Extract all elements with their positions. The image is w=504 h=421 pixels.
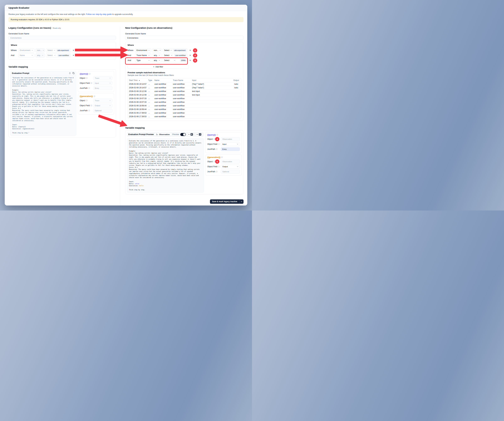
query-variable-card: {{query}}ⓘ Objectⓘ4Observation Object Fi…	[205, 132, 242, 153]
collapse-icon[interactable]	[69, 72, 71, 74]
object-field-label: Object Field	[80, 82, 90, 84]
chevron-down-icon	[169, 50, 172, 51]
filter-connector: And	[11, 54, 17, 56]
table-row[interactable]: 2026-02-08 19:12:08↔user-workflowuser-wo…	[128, 89, 241, 93]
new-variable-mapping-heading: Variable mapping	[125, 126, 244, 129]
span-type-icon: ↔	[147, 94, 153, 96]
modal-title: Upgrade Evaluator	[8, 6, 29, 9]
next-item-button[interactable]: J	[195, 133, 202, 136]
column-header-name: Name	[153, 79, 172, 81]
jsonpath-label: JsonPath	[207, 171, 215, 173]
legacy-where-card: Where Where Environment non... Selectsdk…	[8, 42, 116, 60]
span-type-icon: ↔	[147, 87, 153, 89]
info-icon: ⓘ	[88, 110, 90, 111]
sort-desc-icon: ▼	[139, 80, 140, 81]
query-preview-value: value	[135, 183, 139, 184]
table-row[interactable]: 2026-02-08 19:07:33↔user-workflowuser-wo…	[128, 97, 241, 100]
legacy-operator-select: non...	[36, 48, 45, 52]
add-filter-button[interactable]: +Add filter	[128, 65, 189, 69]
remove-filter-button[interactable]: ✕	[189, 54, 191, 56]
span-type-icon: ↔	[147, 101, 153, 103]
table-row[interactable]: 2026-02-08 19:14:57↔user-workflowuser-wo…	[128, 86, 241, 89]
query-jsonpath-input: $.key	[93, 86, 112, 90]
remove-filter-button[interactable]: ✕	[189, 49, 191, 51]
query-object-field-select[interactable]: Input	[221, 142, 240, 146]
sdk-requirement-banner: Running evaluators requires JS SDK ≥ 4.0…	[8, 17, 244, 22]
generation-variable-card: {{generation}}ⓘ ObjectⓘTrace Object Fiel…	[78, 94, 114, 114]
evaluation-prompt-card: Evaluation Prompt "Evaluate the concisen…	[10, 71, 76, 136]
new-column-select[interactable]: Trace Name	[135, 53, 151, 57]
readonly-badge: Read-only	[53, 27, 61, 29]
generation-variable-name: {{generation}}	[207, 156, 220, 158]
table-row[interactable]: 2026-02-06 17:39:53↔user-workflowuser-wo…	[128, 115, 241, 118]
tree-list-icon	[156, 134, 158, 135]
chevron-down-icon	[237, 144, 238, 145]
new-operator-select[interactable]: non...	[152, 48, 162, 52]
evaluation-prompt-preview-text: Evaluate the conciseness of the generati…	[127, 138, 204, 193]
remove-filter-button[interactable]: ✕	[189, 59, 191, 61]
generation-jsonpath-input[interactable]: Optional	[221, 170, 240, 173]
prev-item-button[interactable]: K	[187, 133, 194, 136]
query-jsonpath-input[interactable]: $.key	[221, 147, 240, 151]
observation-badge[interactable]: Observation	[155, 133, 171, 136]
new-variable-mapping-card: Evaluation Prompt Preview Observation Pr…	[125, 130, 244, 194]
table-row[interactable]: 2026-02-08 19:14:57↔user-workflowuser-wo…	[128, 82, 241, 86]
chevron-down-icon	[30, 50, 33, 51]
filter-connector: Where	[128, 49, 134, 51]
copy-icon[interactable]	[72, 72, 75, 74]
new-heading: New Configuration (runs on observations)	[125, 27, 172, 29]
chevron-down-icon	[42, 50, 44, 51]
query-object-select: Trace	[93, 76, 112, 80]
annotation-badge-1: 1	[193, 48, 197, 53]
table-header-row: Start Time ▼ Type Name Trace Name Input …	[128, 78, 241, 82]
new-filter-row-3: And Type any.. SelectSPAN ✕ 3	[128, 58, 241, 62]
jsonpath-label: JsonPath	[80, 109, 88, 112]
span-type-icon: ↔	[147, 115, 153, 118]
object-label: Object	[207, 160, 213, 163]
new-column-select[interactable]: Environment	[135, 48, 151, 52]
new-filter-row-1: Where Environment non... Selectsdk-exper…	[128, 48, 241, 52]
info-icon: ⓘ	[90, 105, 92, 106]
new-where-title: Where	[128, 44, 241, 47]
annotation-badge-2: 2	[193, 53, 197, 58]
remove-filter-icon: ✕	[73, 54, 74, 56]
preview-toggle[interactable]	[180, 133, 186, 136]
table-row[interactable]: 2026-02-06 17:39:53↔user-workflowuser-wo…	[128, 111, 241, 115]
new-score-name-label: Generated Score Name	[125, 33, 244, 35]
column-header-start-time[interactable]: Start Time ▼	[128, 79, 147, 81]
new-value-select[interactable]: Selectuser-workflow	[163, 53, 187, 57]
output-chip: hello	[234, 87, 239, 89]
step-by-step-guide-link[interactable]: Follow our step-by-step guide	[86, 13, 112, 15]
new-operator-select[interactable]: any..	[152, 53, 162, 57]
table-row[interactable]: 2026-02-08 19:07:33↔user-workflowuser-wo…	[128, 100, 241, 104]
table-row[interactable]: 2026-02-06 18:06:44↔user-workflowuser-wo…	[128, 107, 241, 111]
banner-text: Running evaluators requires JS SDK ≥ 4.0…	[11, 18, 70, 21]
new-score-name-input[interactable]: Conciseness	[125, 36, 244, 40]
chevron-up-icon	[188, 134, 190, 135]
new-column-select[interactable]: Type	[135, 58, 151, 62]
save-button[interactable]: Save & mark legacy inactive	[210, 199, 239, 204]
generation-object-field-select[interactable]: Output	[221, 165, 240, 168]
table-row[interactable]: 2026-02-08 19:12:08↔user-workflowuser-wo…	[128, 93, 241, 97]
generation-variable-card: {{generation}}ⓘ Objectⓘ5Observation Obje…	[205, 154, 242, 176]
intro-before: Review your legacy evaluator on the left…	[8, 13, 86, 15]
chevron-down-icon	[158, 55, 160, 56]
legacy-score-name-input: Conciseness	[8, 36, 116, 40]
chevron-down-icon	[158, 50, 161, 51]
table-row[interactable]: 2026-02-06 18:06:44↔user-workflowuser-wo…	[128, 104, 241, 107]
legacy-operator-select: any..	[36, 53, 45, 57]
chevron-down-icon	[53, 55, 55, 56]
generation-object-select: Trace	[93, 99, 112, 102]
span-type-icon: ↔	[147, 108, 153, 110]
save-split-button: Save & mark legacy inactive	[210, 199, 244, 204]
new-value-select[interactable]: Selectsdk-experiment	[163, 48, 187, 52]
evaluation-prompt-preview-header: Evaluation Prompt Preview Observation Pr…	[127, 132, 204, 137]
new-operator-select[interactable]: any..	[152, 58, 162, 62]
new-value-select[interactable]: SelectSPAN	[163, 58, 187, 62]
object-label: Object	[80, 100, 85, 102]
legacy-filter-row-2: And Name any.. Selectuser-workflow ✕	[11, 53, 114, 57]
column-header-output: Output	[228, 79, 241, 81]
info-icon: ⓘ	[88, 87, 90, 89]
save-options-button[interactable]	[239, 199, 244, 204]
query-object-select: Observation	[221, 137, 240, 141]
